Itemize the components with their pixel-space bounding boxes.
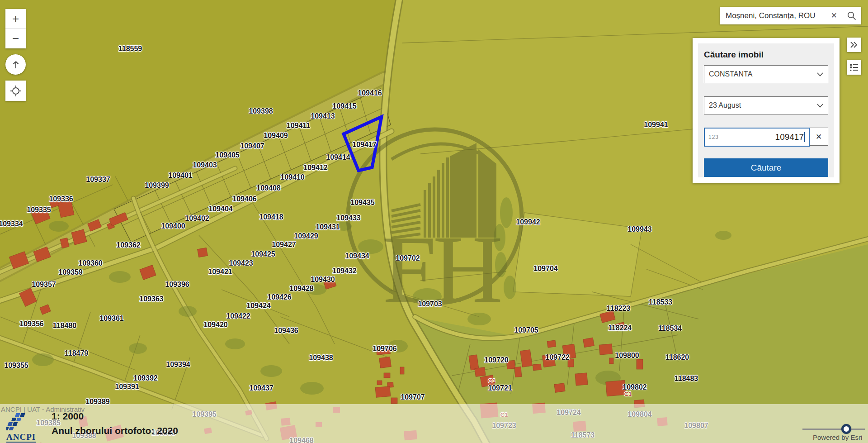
search-icon: [847, 11, 857, 21]
zoom-controls: + −: [5, 9, 26, 48]
ancpi-logo-icon: [6, 413, 30, 431]
locate-button[interactable]: [5, 81, 26, 101]
search-submit-panel-button[interactable]: Căutare: [704, 158, 828, 177]
numeric-input-icon: 123: [708, 134, 719, 140]
chevron-down-icon: [817, 104, 823, 108]
cadastral-number-input[interactable]: 123 109417: [704, 128, 810, 147]
fade-overlay: [0, 404, 868, 443]
zoom-slider-handle[interactable]: [841, 424, 851, 434]
chevron-down-icon: [817, 72, 823, 76]
panel-collapse-button[interactable]: [847, 38, 861, 52]
ancpi-logo-text: ANCPI: [6, 433, 36, 443]
zoom-in-button[interactable]: +: [5, 9, 26, 29]
search-clear-icon[interactable]: ✕: [826, 11, 842, 20]
county-select-value: CONSTANTA: [709, 70, 752, 78]
zoom-slider[interactable]: [802, 424, 868, 434]
svg-text:FH: FH: [382, 215, 500, 324]
uat-select[interactable]: 23 August: [704, 96, 828, 114]
search-panel: Căutare imobil CONSTANTA 23 August 123 1…: [693, 38, 840, 183]
double-chevron-right-icon: [849, 41, 859, 48]
number-clear-button[interactable]: ✕: [810, 128, 828, 146]
text-cursor: [804, 132, 805, 142]
locate-icon: [10, 85, 22, 97]
county-select[interactable]: CONSTANTA: [704, 65, 828, 83]
legend-list-icon: [849, 62, 859, 72]
default-extent-button[interactable]: [5, 54, 26, 75]
ancpi-logo: ANCPI AGENȚIA NAȚIONALĂ: [6, 413, 56, 443]
search-submit-button[interactable]: [842, 11, 861, 21]
panel-title: Căutare imobil: [704, 50, 828, 60]
zoom-out-button[interactable]: −: [5, 29, 26, 48]
uat-select-value: 23 August: [709, 101, 741, 110]
map-scale-text: 1: 2000: [52, 411, 84, 422]
powered-by-esri: Powered by Esri: [813, 433, 862, 441]
ortho-year-text: Anul zborului ortofoto: 2020: [52, 425, 178, 436]
cadastral-number-value: 109417: [719, 132, 804, 142]
legend-button[interactable]: [847, 60, 861, 75]
location-search-input[interactable]: [720, 11, 826, 21]
location-search-bar: ✕: [720, 7, 861, 24]
up-arrow-icon: [10, 59, 21, 70]
zoom-slider-track[interactable]: [802, 429, 865, 430]
